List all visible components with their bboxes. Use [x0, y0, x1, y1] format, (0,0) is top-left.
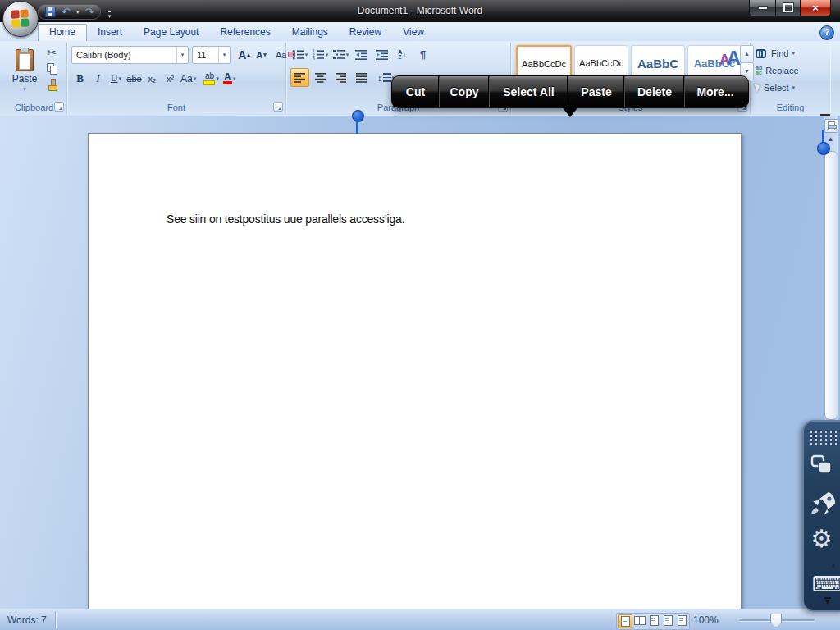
find-label: Find [771, 48, 788, 58]
tab-insert[interactable]: Insert [87, 24, 133, 41]
restore-icon [783, 3, 793, 12]
decrease-indent-button[interactable] [352, 45, 371, 64]
numbering-icon: 123 [313, 49, 325, 60]
grow-font-label: A [238, 48, 246, 62]
view-draft-button[interactable] [675, 614, 688, 627]
undo-dropdown-icon[interactable] [76, 9, 80, 16]
bold-button[interactable]: B [71, 69, 89, 88]
chevron-down-icon [218, 47, 230, 63]
align-center-button[interactable] [311, 68, 330, 87]
copy-icon[interactable] [47, 63, 57, 75]
selection-handle-start-stem [356, 120, 358, 134]
grow-font-button[interactable]: A▴ [235, 45, 253, 64]
cut-icon[interactable] [45, 45, 58, 60]
context-menu-select-all[interactable]: Select All [489, 76, 568, 107]
zoom-level[interactable]: 100% [693, 614, 719, 626]
restore-button[interactable] [776, 0, 800, 16]
document-page[interactable]: See siin on testpostitus uue parallels a… [88, 133, 742, 610]
clipboard-icon [16, 49, 34, 71]
paste-dropdown-icon [23, 86, 26, 93]
view-web-layout-button[interactable] [647, 614, 660, 627]
document-text[interactable]: See siin on testpostitus uue parallels a… [167, 212, 404, 226]
replace-icon: abac [756, 66, 762, 75]
chevron-down-icon [792, 84, 796, 91]
tab-review[interactable]: Review [339, 24, 392, 41]
shrink-font-label: A [256, 50, 262, 60]
context-menu-more[interactable]: More... [684, 76, 746, 107]
selection-handle-end[interactable] [817, 142, 830, 155]
paste-button[interactable]: Paste [6, 44, 43, 97]
change-case-button[interactable]: Aa [180, 69, 197, 88]
tab-mailings[interactable]: Mailings [281, 24, 339, 41]
tab-references[interactable]: References [209, 24, 281, 41]
strikethrough-button[interactable]: abe [126, 69, 143, 88]
clipboard-dialog-launcher[interactable] [54, 102, 64, 112]
reading-view-icon [634, 616, 646, 625]
replace-button[interactable]: abac Replace [756, 63, 799, 77]
highlight-button[interactable]: ab [203, 69, 220, 88]
tab-view[interactable]: View [392, 24, 435, 41]
align-right-button[interactable] [331, 68, 350, 87]
view-print-layout-button[interactable] [618, 614, 632, 628]
font-group-label: Font [67, 103, 285, 112]
numbering-button[interactable]: 123 [311, 45, 330, 64]
sidebar-chevron-down-icon[interactable] [830, 563, 837, 570]
chevron-down-icon [233, 75, 236, 82]
multilevel-list-button[interactable] [331, 45, 350, 64]
view-full-screen-reading-button[interactable] [633, 614, 646, 627]
word-window: Document1 - Microsoft Word × Home Insert… [0, 0, 840, 630]
align-left-button[interactable] [290, 68, 309, 87]
save-icon[interactable] [45, 7, 56, 17]
view-ruler-button[interactable] [824, 119, 838, 133]
increase-indent-button[interactable] [372, 45, 391, 64]
remote-sidebar[interactable] [802, 420, 840, 612]
superscript-button[interactable]: x² [162, 69, 179, 88]
split-handle[interactable] [820, 114, 830, 116]
italic-button[interactable]: I [89, 69, 107, 88]
rocket-icon[interactable] [809, 489, 837, 518]
tab-home[interactable]: Home [38, 24, 87, 41]
chevron-down-icon [119, 75, 122, 82]
subscript-button[interactable]: x₂ [144, 69, 161, 88]
context-menu-delete[interactable]: Delete [624, 76, 684, 107]
grip-dots-icon[interactable] [809, 430, 837, 447]
redo-icon[interactable] [84, 7, 94, 16]
select-button[interactable]: Select [756, 80, 799, 94]
context-menu-cut[interactable]: Cut [392, 76, 439, 107]
context-menu-paste[interactable]: Paste [568, 76, 624, 107]
editing-group-label: Editing [751, 103, 830, 112]
shrink-font-button[interactable]: A▾ [253, 45, 270, 64]
close-button[interactable]: × [800, 0, 831, 16]
minimize-button[interactable] [749, 0, 776, 16]
next-page-icon[interactable] [823, 597, 833, 605]
font-color-button[interactable]: A [221, 69, 238, 88]
keyboard-icon[interactable] [812, 574, 840, 594]
font-size-select[interactable]: 11 [192, 46, 231, 64]
font-size-value: 11 [197, 50, 206, 60]
format-painter-icon[interactable] [46, 79, 57, 90]
bullets-button[interactable] [290, 45, 309, 64]
tab-page-layout[interactable]: Page Layout [133, 24, 209, 41]
undo-icon[interactable] [62, 7, 71, 16]
multilevel-list-icon [333, 49, 345, 60]
help-icon[interactable]: ? [819, 25, 834, 40]
binoculars-icon [756, 49, 768, 57]
app-switcher-icon[interactable] [810, 454, 833, 475]
change-styles-button[interactable]: AA [714, 47, 746, 80]
font-dialog-launcher[interactable] [273, 102, 283, 112]
office-button[interactable] [2, 1, 39, 37]
font-name-select[interactable]: Calibri (Body) [71, 46, 189, 64]
context-menu-copy[interactable]: Copy [439, 76, 489, 107]
customize-quick-access-button[interactable] [104, 7, 115, 16]
sort-button[interactable]: AZ ↓ [393, 45, 412, 64]
justify-button[interactable] [352, 68, 371, 87]
show-formatting-marks-button[interactable]: ¶ [413, 45, 432, 64]
clear-formatting-label: Aa [276, 50, 286, 60]
find-button[interactable]: Find [756, 46, 799, 60]
word-count[interactable]: Words: 7 [7, 614, 47, 626]
gear-icon[interactable] [810, 527, 833, 551]
underline-button[interactable]: U [107, 69, 125, 88]
scrollbar-thumb[interactable] [824, 151, 838, 420]
view-outline-button[interactable] [661, 614, 674, 627]
clipboard-small-buttons [45, 45, 58, 91]
